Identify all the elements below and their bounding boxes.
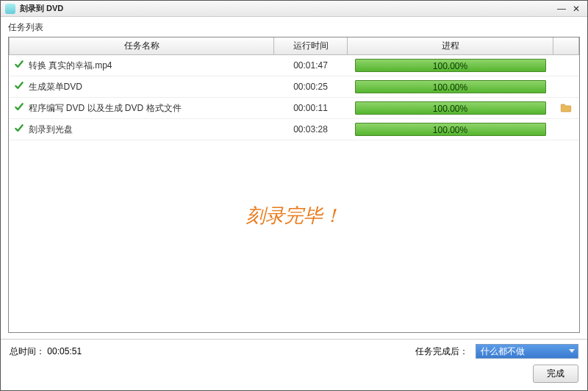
task-time: 00:00:11 (274, 98, 348, 119)
app-icon (5, 4, 15, 14)
app-window: 刻录到 DVD — ✕ 任务列表 任务名称 运行时间 进程 转换 真实的幸福.m… (0, 0, 588, 391)
checkmark-icon (14, 124, 29, 134)
total-time-value: 00:05:51 (47, 346, 82, 356)
table-header-row: 任务名称 运行时间 进程 (10, 37, 579, 55)
total-time-label: 总时间： (10, 345, 45, 358)
progress-bar: 100.00% (355, 123, 546, 136)
progress-text: 100.00% (356, 102, 545, 114)
minimize-button[interactable]: — (555, 3, 568, 15)
titlebar: 刻录到 DVD — ✕ (1, 1, 587, 17)
task-time: 00:03:28 (274, 119, 348, 140)
checkmark-icon (14, 60, 29, 71)
task-name: 刻录到光盘 (29, 124, 73, 134)
window-title: 刻录到 DVD (20, 3, 553, 14)
after-task-label: 任务完成后： (415, 345, 468, 358)
after-task-select[interactable]: 什么都不做 (476, 344, 578, 359)
table-row[interactable]: 生成菜单DVD00:00:25100.00% (10, 76, 579, 98)
checkmark-icon (14, 103, 29, 113)
open-folder-icon[interactable] (560, 104, 572, 115)
progress-bar: 100.00% (355, 59, 546, 72)
col-header-progress[interactable]: 进程 (348, 37, 553, 55)
col-header-name[interactable]: 任务名称 (10, 37, 274, 55)
task-name: 程序编写 DVD 以及生成 DVD 格式文件 (29, 103, 182, 113)
col-header-time[interactable]: 运行时间 (274, 37, 348, 55)
table-row[interactable]: 刻录到光盘00:03:28100.00% (10, 119, 579, 140)
progress-text: 100.00% (356, 123, 545, 135)
progress-bar: 100.00% (355, 101, 546, 115)
progress-text: 100.00% (356, 60, 545, 71)
checkmark-icon (14, 82, 29, 92)
task-name: 生成菜单DVD (29, 82, 82, 92)
close-button[interactable]: ✕ (570, 3, 583, 15)
task-list-label: 任务列表 (1, 17, 587, 37)
bottom-row: 完成 (1, 360, 587, 390)
burn-complete-note: 刻录完毕！ (9, 203, 579, 229)
done-button[interactable]: 完成 (533, 365, 578, 383)
col-header-action[interactable] (553, 37, 579, 55)
task-name: 转换 真实的幸福.mp4 (29, 60, 112, 71)
task-time: 00:00:25 (274, 76, 348, 98)
table-row[interactable]: 程序编写 DVD 以及生成 DVD 格式文件00:00:11100.00% (10, 98, 579, 119)
task-panel: 任务名称 运行时间 进程 转换 真实的幸福.mp400:01:47100.00%… (8, 37, 580, 333)
progress-bar: 100.00% (355, 80, 546, 93)
task-time: 00:01:47 (274, 55, 348, 76)
footer: 总时间： 00:05:51 任务完成后： 什么都不做 (1, 339, 587, 360)
table-row[interactable]: 转换 真实的幸福.mp400:01:47100.00% (10, 55, 579, 76)
progress-text: 100.00% (356, 81, 545, 93)
task-table: 任务名称 运行时间 进程 转换 真实的幸福.mp400:01:47100.00%… (9, 37, 579, 140)
